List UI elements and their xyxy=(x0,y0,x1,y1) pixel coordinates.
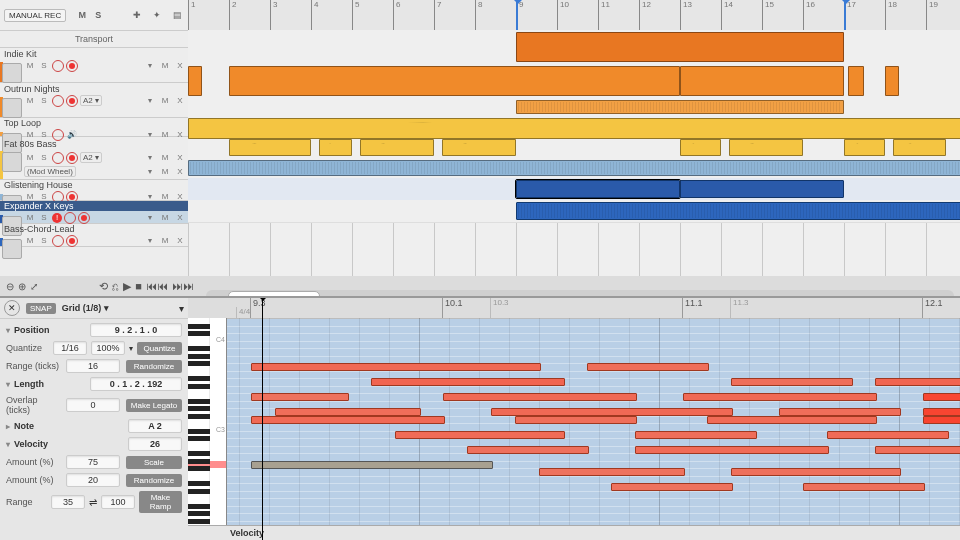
midi-note[interactable] xyxy=(923,416,960,424)
track-rec2-button[interactable] xyxy=(78,212,90,224)
track-rec-button[interactable] xyxy=(52,60,64,72)
piano-key-black[interactable] xyxy=(188,489,210,494)
vel-amount2-field[interactable]: 20 xyxy=(66,473,120,487)
track-rec2-button[interactable] xyxy=(66,95,78,107)
midi-note[interactable] xyxy=(587,363,709,371)
menu-icon[interactable]: ▤ xyxy=(170,8,184,22)
track-rec-button[interactable] xyxy=(64,212,76,224)
randomize-vel-button[interactable]: Randomize xyxy=(126,474,182,487)
midi-note[interactable] xyxy=(491,408,733,416)
midi-note[interactable] xyxy=(395,431,565,439)
midi-note[interactable] xyxy=(467,446,589,454)
locator[interactable] xyxy=(516,0,518,30)
clip[interactable] xyxy=(360,139,434,156)
ruler-bar[interactable]: 12 xyxy=(639,0,651,30)
transport-button[interactable]: ⎌ xyxy=(112,280,119,293)
clip[interactable] xyxy=(516,202,960,220)
midi-note[interactable] xyxy=(875,378,960,386)
midi-note[interactable] xyxy=(443,393,637,401)
ruler-bar[interactable]: 4 xyxy=(311,0,318,30)
clip[interactable] xyxy=(893,139,946,156)
clip[interactable] xyxy=(680,66,844,96)
clip[interactable] xyxy=(229,139,311,156)
editor-ruler-mark[interactable]: 10.1 xyxy=(442,298,463,318)
arranger-lane[interactable] xyxy=(188,64,960,99)
midi-note[interactable] xyxy=(803,483,925,491)
transport-button[interactable]: ⏭⏭ xyxy=(172,280,194,293)
track[interactable]: Expander X KeysMS!▾MX xyxy=(0,201,188,224)
transport-button[interactable]: ▶ xyxy=(123,280,131,293)
track-rec-button[interactable] xyxy=(52,152,64,164)
midi-note[interactable] xyxy=(683,393,877,401)
track-x-button[interactable]: X xyxy=(174,60,186,72)
track-solo-button[interactable]: S xyxy=(38,235,50,247)
ruler-bar[interactable]: 10 xyxy=(557,0,569,30)
piano-key-black[interactable] xyxy=(188,466,210,471)
track-mute2-button[interactable]: M xyxy=(159,212,171,224)
note-field[interactable]: A 2 xyxy=(128,419,182,433)
piano-key-black[interactable] xyxy=(188,354,210,359)
clip[interactable] xyxy=(680,180,844,198)
velocity-field[interactable]: 26 xyxy=(128,437,182,451)
piano-key-black[interactable] xyxy=(188,324,210,329)
piano-key-black[interactable] xyxy=(188,384,210,389)
arranger-timeline[interactable]: 1234567891011121314151617181920 xyxy=(188,0,960,296)
ruler-bar[interactable]: 19 xyxy=(926,0,938,30)
track-x-button[interactable]: X xyxy=(174,212,186,224)
track[interactable]: Bass-Chord-LeadMS▾MX xyxy=(0,224,188,247)
track-output-dropdown[interactable]: A2 ▾ xyxy=(80,95,102,106)
ruler-bar[interactable]: 13 xyxy=(680,0,692,30)
track-rec-button[interactable] xyxy=(52,235,64,247)
midi-note[interactable] xyxy=(371,378,565,386)
clip[interactable] xyxy=(188,160,960,176)
midi-note[interactable] xyxy=(875,446,960,454)
midi-note[interactable] xyxy=(731,378,853,386)
midi-note[interactable] xyxy=(515,416,637,424)
midi-note[interactable] xyxy=(539,468,685,476)
zoom-button[interactable]: ⤢ xyxy=(30,281,38,292)
arranger-lane[interactable] xyxy=(188,200,960,223)
clip[interactable] xyxy=(848,66,864,96)
clip[interactable] xyxy=(516,180,680,198)
piano-key-black[interactable] xyxy=(188,376,210,381)
arranger-lane[interactable] xyxy=(188,158,960,179)
clip[interactable] xyxy=(680,139,721,156)
midi-note[interactable] xyxy=(251,461,493,469)
arranger-lane[interactable] xyxy=(188,98,960,117)
piano-key-black[interactable] xyxy=(188,414,210,419)
piano-key-black[interactable] xyxy=(188,429,210,434)
quantize-button[interactable]: Quantize xyxy=(137,342,182,355)
clip[interactable] xyxy=(188,118,960,139)
track-mute-button[interactable]: M xyxy=(24,152,36,164)
snap-button[interactable]: SNAP xyxy=(26,303,56,314)
close-icon[interactable]: ✕ xyxy=(4,300,20,316)
piano-key-black[interactable] xyxy=(188,459,210,464)
midi-note[interactable] xyxy=(923,393,960,401)
velocity-lane-label[interactable]: Velocity xyxy=(230,528,264,538)
track-rec2-button[interactable] xyxy=(66,235,78,247)
midi-note[interactable] xyxy=(923,408,960,416)
track-solo-button[interactable]: S xyxy=(38,152,50,164)
track-x-button[interactable]: X xyxy=(174,152,186,164)
global-mute-button[interactable]: M xyxy=(76,10,88,20)
track-mute2-button[interactable]: M xyxy=(159,95,171,107)
arranger-lane[interactable] xyxy=(188,178,960,201)
transport-button[interactable]: ⏮⏮ xyxy=(146,280,168,293)
randomize-pos-button[interactable]: Randomize xyxy=(126,360,182,373)
editor-ruler-mark[interactable]: 12.1 xyxy=(922,298,943,318)
clip[interactable] xyxy=(188,66,202,96)
ruler-bar[interactable]: 18 xyxy=(885,0,897,30)
automation-param-dropdown[interactable]: (Mod Wheel) xyxy=(24,166,76,177)
piano-key-black[interactable] xyxy=(188,406,210,411)
track[interactable]: Indie KitMS▾MX xyxy=(0,48,188,83)
clip[interactable] xyxy=(885,66,899,96)
ruler-bar[interactable]: 15 xyxy=(762,0,774,30)
track-mute-button[interactable]: M xyxy=(24,212,36,224)
piano-key-black[interactable] xyxy=(188,511,210,516)
ruler-bar[interactable]: 8 xyxy=(475,0,482,30)
piano-key-black[interactable] xyxy=(188,399,210,404)
ruler-bar[interactable]: 7 xyxy=(434,0,441,30)
piano-key-black[interactable] xyxy=(188,436,210,441)
track-output-dropdown[interactable]: A2 ▾ xyxy=(80,152,102,163)
piano-key-black[interactable] xyxy=(188,519,210,524)
